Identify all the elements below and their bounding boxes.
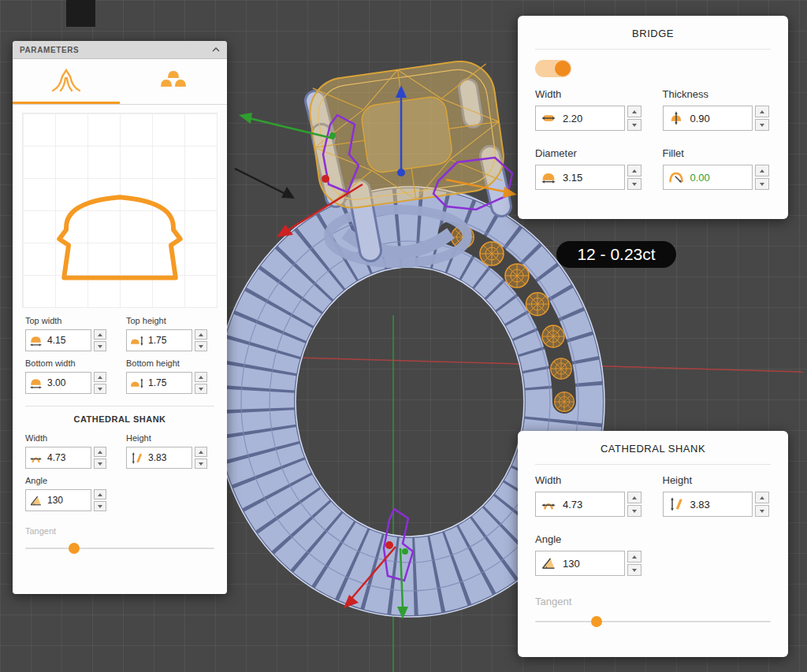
spin-down-button[interactable] <box>195 459 207 469</box>
cathedral-angle-input[interactable]: 130 <box>535 551 625 576</box>
spin-up-button[interactable] <box>94 329 106 340</box>
tangent-label: Tangent <box>535 596 771 607</box>
gem-count-badge: 12 - 0.23ct <box>556 241 676 268</box>
green-handle-dot[interactable] <box>329 132 336 139</box>
dome-thickness-icon <box>668 110 684 126</box>
shank-height-field: Height 3.83 <box>126 433 214 469</box>
parameters-panel-header[interactable]: PARAMETERS <box>13 41 227 59</box>
angle-icon <box>541 555 556 571</box>
black-arrow[interactable] <box>235 169 285 194</box>
top-height-stepper <box>195 329 207 351</box>
shank-width-field: Width 4.73 <box>25 433 113 469</box>
spin-up-button[interactable] <box>195 372 207 382</box>
top-width-input[interactable]: 4.15 <box>25 329 91 351</box>
slider-track <box>25 548 214 549</box>
bridge-fillet-field: Fillet 0.00 <box>663 138 772 190</box>
spin-up-button[interactable] <box>94 447 106 457</box>
green-handle-dot[interactable] <box>402 548 408 555</box>
shank-height-stepper <box>195 447 207 469</box>
chevron-up-icon[interactable] <box>212 47 220 52</box>
spin-down-button[interactable] <box>627 505 642 517</box>
spin-down-button[interactable] <box>94 384 106 394</box>
top-width-stepper <box>94 329 106 351</box>
spin-down-button[interactable] <box>627 178 642 190</box>
spin-down-button[interactable] <box>627 119 642 131</box>
top-height-field: Top height 1.75 <box>126 316 214 351</box>
parameters-panel: PARAMETERS Top width <box>13 41 227 594</box>
top-height-input[interactable]: 1.75 <box>126 329 192 351</box>
bridge-thickness-input[interactable]: 0.90 <box>663 106 753 131</box>
shank-angle-stepper <box>94 489 106 511</box>
bridge-diameter-field: Diameter 3.15 <box>535 138 644 190</box>
shank-angle-input[interactable]: 130 <box>25 489 91 511</box>
angle-icon <box>29 494 43 507</box>
dome-height-icon <box>130 334 143 347</box>
dome-fillet-icon <box>668 169 684 185</box>
shank-width-icon <box>541 496 556 512</box>
bottom-height-input[interactable]: 1.75 <box>126 372 192 394</box>
bridge-width-stepper <box>627 106 642 131</box>
spin-down-button[interactable] <box>94 501 106 511</box>
spin-down-button[interactable] <box>755 505 769 517</box>
slider-thumb[interactable] <box>69 543 80 554</box>
tangent-slider[interactable] <box>535 615 771 628</box>
spin-down-button[interactable] <box>195 341 207 351</box>
red-handle-dot[interactable] <box>385 541 393 549</box>
spin-up-button[interactable] <box>627 165 642 176</box>
bottom-height-stepper <box>195 372 207 394</box>
red-handle-dot[interactable] <box>322 175 329 183</box>
toggle-knob <box>555 61 571 76</box>
profile-tab-icon <box>48 67 84 94</box>
cathedral-angle-stepper <box>627 551 642 576</box>
tab-gems[interactable] <box>120 59 227 104</box>
spin-up-button[interactable] <box>627 492 642 503</box>
profile-editor-canvas[interactable] <box>22 113 218 308</box>
tangent-slider[interactable] <box>25 542 214 555</box>
shank-angle-field: Angle 130 <box>25 476 113 511</box>
bridge-diameter-input[interactable]: 3.15 <box>535 165 625 190</box>
dome-diameter-icon <box>541 169 556 185</box>
viewport-corner-tab <box>66 0 95 27</box>
shank-width-input[interactable]: 4.73 <box>25 447 91 469</box>
spin-up-button[interactable] <box>94 489 106 499</box>
bridge-diameter-stepper <box>627 165 642 190</box>
spin-up-button[interactable] <box>195 329 207 340</box>
spin-down-button[interactable] <box>627 564 642 576</box>
spin-up-button[interactable] <box>755 165 769 176</box>
cathedral-width-input[interactable]: 4.73 <box>535 492 625 517</box>
bottom-width-input[interactable]: 3.00 <box>25 372 91 394</box>
spin-down-button[interactable] <box>755 178 769 190</box>
bottom-height-field: Bottom height 1.75 <box>126 358 214 394</box>
parameters-body: Top width 4.15 Top height <box>13 313 227 555</box>
cathedral-height-input[interactable]: 3.83 <box>663 492 753 517</box>
spin-down-button[interactable] <box>94 341 106 351</box>
shank-height-icon <box>130 451 143 465</box>
cathedral-width-stepper <box>627 492 642 517</box>
spin-down-button[interactable] <box>755 119 769 131</box>
slider-thumb[interactable] <box>591 616 602 627</box>
parameters-tabs <box>13 59 227 105</box>
bridge-enable-toggle[interactable] <box>535 60 571 77</box>
cathedral-shank-section-title: CATHEDRAL SHANK <box>25 414 214 424</box>
bridge-fillet-input[interactable]: 0.00 <box>663 165 753 190</box>
shank-height-input[interactable]: 3.83 <box>126 447 192 469</box>
bottom-width-stepper <box>94 372 106 394</box>
tab-profile[interactable] <box>13 59 120 104</box>
spin-up-button[interactable] <box>627 551 642 562</box>
spin-up-button[interactable] <box>627 106 642 117</box>
bridge-width-input[interactable]: 2.20 <box>535 106 625 131</box>
cathedral-panel-title: CATHEDRAL SHANK <box>535 431 771 465</box>
shank-height-icon <box>668 496 684 512</box>
shank-width-stepper <box>94 447 106 469</box>
bridge-width-field: Width 2.20 <box>535 79 644 131</box>
spin-down-button[interactable] <box>94 459 106 469</box>
spin-up-button[interactable] <box>755 492 769 503</box>
spin-down-button[interactable] <box>195 384 207 394</box>
spin-up-button[interactable] <box>94 372 106 382</box>
spin-up-button[interactable] <box>755 106 769 117</box>
blue-handle-dot[interactable] <box>397 169 405 176</box>
app-window: 12 - 0.23ct PARAMETERS <box>0 0 807 672</box>
cathedral-height-stepper <box>755 492 769 517</box>
dome-height-icon <box>130 377 143 390</box>
spin-up-button[interactable] <box>195 447 207 457</box>
